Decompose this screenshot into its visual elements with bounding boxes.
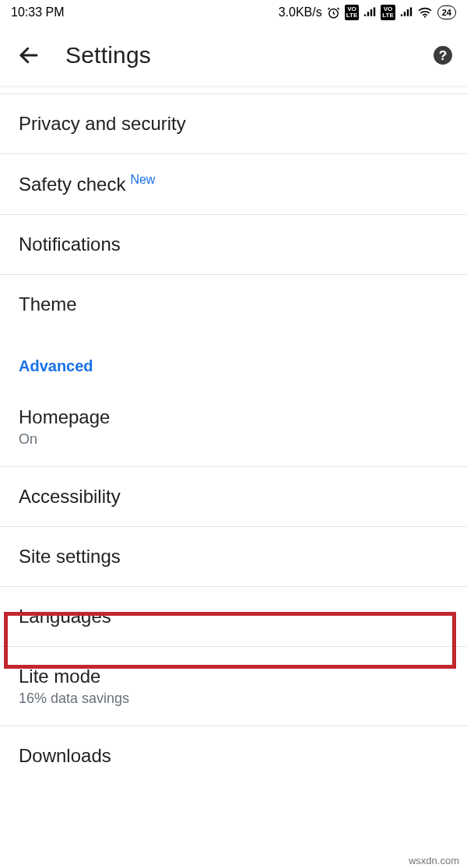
svg-text:?: ? (439, 47, 448, 63)
item-subtitle: On (19, 431, 448, 448)
status-right: 3.0KB/s VOLTE VOLTE 24 (279, 5, 456, 20)
help-icon: ? (433, 45, 453, 65)
volte-icon-2: VOLTE (381, 5, 395, 20)
item-label: Downloads (19, 745, 448, 767)
item-label: Privacy and security (19, 113, 448, 135)
battery-icon: 24 (437, 5, 456, 19)
settings-item-lite-mode[interactable]: Lite mode 16% data savings (0, 646, 467, 726)
signal-icon-2 (400, 7, 413, 18)
settings-item-languages[interactable]: Languages (0, 586, 467, 646)
page-title: Settings (65, 42, 408, 69)
settings-item-accessibility[interactable]: Accessibility (0, 466, 467, 526)
settings-item-safety-check[interactable]: Safety checkNew (0, 153, 467, 214)
volte-icon-1: VOLTE (345, 5, 360, 20)
settings-item-theme[interactable]: Theme (0, 274, 467, 334)
status-net-speed: 3.0KB/s (279, 5, 322, 19)
item-label: Languages (19, 606, 448, 627)
arrow-back-icon (17, 44, 40, 67)
item-label: Homepage (19, 406, 448, 428)
status-time: 10:33 PM (11, 5, 64, 19)
settings-item-site-settings[interactable]: Site settings (0, 526, 467, 586)
svg-point-1 (424, 16, 426, 17)
item-label: Site settings (19, 546, 448, 568)
signal-icon-1 (363, 7, 376, 18)
settings-list: Privacy and security Safety checkNew Not… (0, 93, 467, 785)
watermark: wsxdn.com (409, 855, 459, 866)
app-header: Settings ? (0, 25, 467, 86)
item-label: Safety checkNew (19, 173, 448, 195)
wifi-icon (417, 6, 433, 19)
settings-item-homepage[interactable]: Homepage On (0, 388, 467, 466)
section-header-advanced: Advanced (0, 334, 467, 388)
status-bar: 10:33 PM 3.0KB/s VOLTE VOLTE 24 (0, 0, 467, 25)
settings-item-privacy[interactable]: Privacy and security (0, 93, 467, 153)
help-button[interactable]: ? (431, 44, 455, 67)
item-label: Lite mode (19, 666, 448, 687)
item-label: Accessibility (19, 486, 448, 508)
item-label: Theme (19, 293, 448, 315)
settings-item-downloads[interactable]: Downloads (0, 726, 467, 785)
alarm-icon (327, 6, 340, 19)
new-badge: New (130, 173, 155, 186)
settings-item-notifications[interactable]: Notifications (0, 214, 467, 274)
item-label: Notifications (19, 234, 448, 255)
back-button[interactable] (16, 42, 42, 69)
item-subtitle: 16% data savings (19, 691, 448, 707)
